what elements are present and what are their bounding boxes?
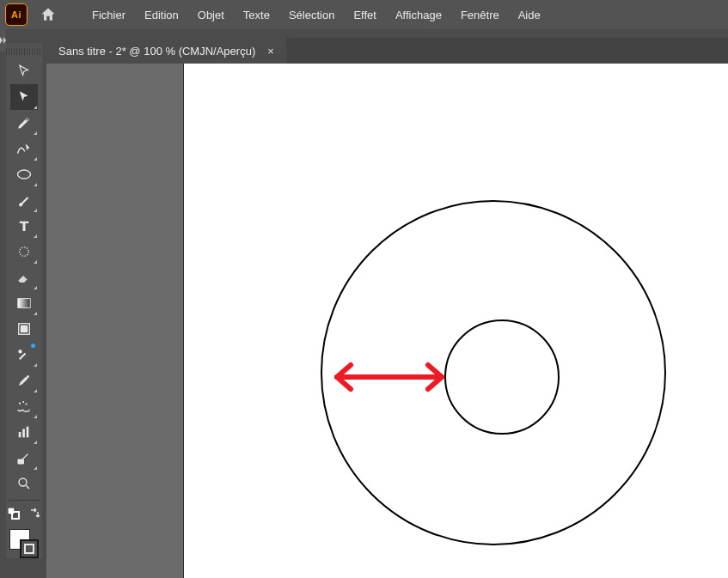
svg-point-2 bbox=[20, 247, 29, 257]
canvas-area bbox=[46, 64, 728, 578]
svg-rect-3 bbox=[18, 299, 30, 308]
toolbox-grip[interactable] bbox=[6, 48, 42, 55]
svg-point-8 bbox=[22, 401, 24, 403]
pasteboard-left bbox=[46, 64, 184, 578]
menu-object[interactable]: Objet bbox=[190, 5, 232, 25]
symbol-sprayer-tool[interactable] bbox=[10, 393, 38, 419]
artwork bbox=[184, 64, 728, 578]
workspace: Sans titre - 2* @ 100 % (CMJN/Aperçu) × bbox=[0, 29, 728, 578]
home-icon[interactable] bbox=[40, 6, 57, 23]
eraser-tool[interactable] bbox=[10, 265, 38, 290]
svg-point-14 bbox=[19, 478, 27, 486]
menu-bar: Ai Fichier Edition Objet Texte Sélection… bbox=[0, 0, 728, 29]
eyedropper-tool[interactable] bbox=[10, 368, 38, 393]
document-tab[interactable]: Sans titre - 2* @ 100 % (CMJN/Aperçu) × bbox=[46, 38, 286, 64]
pen-tool[interactable] bbox=[10, 110, 38, 136]
svg-rect-5 bbox=[21, 326, 27, 332]
menu-select[interactable]: Sélection bbox=[281, 5, 342, 25]
document-tab-title: Sans titre - 2* @ 100 % (CMJN/Aperçu) bbox=[58, 45, 255, 58]
annotation-arrow bbox=[337, 365, 442, 389]
menu-file[interactable]: Fichier bbox=[84, 5, 133, 25]
swap-fill-stroke-icon[interactable] bbox=[28, 508, 40, 522]
menu-type[interactable]: Texte bbox=[236, 5, 278, 25]
paintbrush-tool[interactable] bbox=[10, 187, 38, 213]
gradient-tool[interactable] bbox=[10, 290, 38, 316]
close-icon[interactable]: × bbox=[267, 46, 274, 57]
rotate-tool[interactable] bbox=[10, 239, 38, 265]
svg-rect-13 bbox=[18, 459, 25, 465]
graph-tool[interactable] bbox=[10, 419, 38, 445]
svg-point-6 bbox=[27, 375, 29, 378]
menu-help[interactable]: Aide bbox=[511, 5, 548, 25]
default-fill-stroke-icon[interactable] bbox=[8, 508, 20, 522]
panel-expand-arrows-icon[interactable] bbox=[0, 29, 6, 52]
menu-effect[interactable]: Effet bbox=[346, 5, 384, 25]
menu-edit[interactable]: Edition bbox=[137, 5, 187, 25]
svg-point-0 bbox=[26, 119, 28, 121]
outer-circle-shape[interactable] bbox=[321, 201, 665, 545]
svg-rect-11 bbox=[22, 429, 25, 437]
menu-window[interactable]: Fenêtre bbox=[453, 5, 507, 25]
stroke-swatch[interactable] bbox=[20, 539, 39, 558]
artboard-tool[interactable] bbox=[10, 316, 38, 342]
inner-circle-shape[interactable] bbox=[445, 320, 559, 434]
svg-rect-12 bbox=[27, 427, 29, 438]
ellipse-tool[interactable] bbox=[10, 161, 38, 187]
zoom-tool[interactable] bbox=[10, 471, 38, 496]
artboard[interactable] bbox=[184, 64, 728, 578]
app-logo: Ai bbox=[5, 3, 28, 26]
slice-tool[interactable] bbox=[10, 445, 38, 471]
shape-builder-tool[interactable] bbox=[10, 342, 38, 368]
svg-point-9 bbox=[25, 403, 27, 405]
type-tool[interactable] bbox=[10, 213, 38, 239]
document-tab-strip: Sans titre - 2* @ 100 % (CMJN/Aperçu) × bbox=[46, 38, 728, 64]
menu-view[interactable]: Affichage bbox=[388, 5, 450, 25]
toolbox bbox=[6, 43, 42, 558]
svg-rect-10 bbox=[19, 432, 21, 437]
svg-point-7 bbox=[19, 403, 21, 405]
fill-stroke-swatches[interactable] bbox=[9, 529, 39, 558]
direct-selection-tool[interactable] bbox=[10, 84, 38, 110]
selection-tool[interactable] bbox=[10, 58, 38, 84]
svg-point-1 bbox=[18, 170, 31, 179]
curvature-pen-tool[interactable] bbox=[10, 136, 38, 161]
